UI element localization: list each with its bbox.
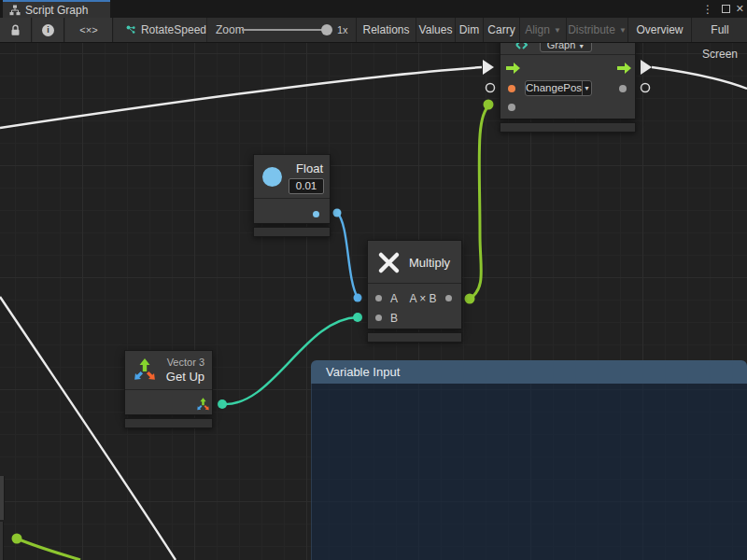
toolbar-button-relations[interactable]: Relations <box>356 18 416 42</box>
node-title: Multiply <box>409 256 450 270</box>
node-title: Float <box>296 161 323 175</box>
wire-white-diagonal <box>0 297 176 560</box>
toolbar-button-align[interactable]: Align▼ <box>519 18 566 42</box>
lock-icon <box>10 24 21 36</box>
wire-green-bottom <box>17 539 80 560</box>
node-float-literal[interactable]: Float 0.01 <box>253 154 331 224</box>
flow-arrowhead-right <box>641 60 652 75</box>
graph-hierarchy-icon <box>9 5 21 16</box>
graph-toolbar: i <×> RotateSpeed Zoom 1x Relations Valu… <box>0 18 747 43</box>
zoom-slider-handle[interactable] <box>321 24 332 35</box>
wire-endpoint-green <box>465 294 475 304</box>
zoom-slider-track[interactable] <box>242 29 329 31</box>
offscreen-node[interactable] <box>0 476 5 520</box>
wire-endpoint-blue <box>354 294 362 302</box>
wire-endpoint-blue <box>333 209 342 217</box>
tab-title: Script Graph <box>25 4 88 17</box>
port-result-label: A × B <box>405 292 441 305</box>
window-close-icon[interactable]: ✕ <box>736 0 744 18</box>
port-a[interactable] <box>375 295 382 301</box>
port-b-label: B <box>390 312 398 325</box>
info-icon: i <box>42 24 54 36</box>
lock-button[interactable] <box>0 18 32 42</box>
window-maximize-icon[interactable] <box>722 0 730 18</box>
port-b[interactable] <box>375 315 382 321</box>
wire-blue-float-to-a <box>337 213 358 298</box>
bolt-graph-icon <box>515 43 528 50</box>
port-input-value[interactable] <box>508 104 515 111</box>
port-vector3-output[interactable] <box>196 397 210 412</box>
view-source-button[interactable]: <×> <box>65 18 113 42</box>
breadcrumb[interactable]: RotateSpeed <box>114 18 207 42</box>
wire-white-out <box>652 67 747 89</box>
port-a-label: A <box>390 292 398 305</box>
group-variable-input[interactable]: Variable Input <box>311 360 747 560</box>
toolbar-button-fullscreen[interactable]: Full Screen <box>691 18 747 42</box>
graph-asset-icon <box>126 24 135 35</box>
chevron-down-icon: ▼ <box>619 26 627 35</box>
variable-select[interactable]: ChangePos ▼ <box>525 80 592 96</box>
code-icon: <×> <box>79 24 97 35</box>
node-footer <box>124 418 213 428</box>
inspect-button[interactable]: i <box>33 18 64 42</box>
wire-endpoint-teal <box>353 313 362 322</box>
vector3-icon <box>133 357 157 383</box>
float-value-input[interactable]: 0.01 <box>289 178 324 194</box>
flow-input-arrow-icon[interactable] <box>506 63 520 74</box>
toolbar-button-carry[interactable]: Carry <box>483 18 519 42</box>
multiply-icon <box>376 250 402 275</box>
float-type-icon <box>262 167 282 187</box>
chevron-down-icon: ▼ <box>582 81 591 95</box>
wire-green-multiply-to-graph <box>470 105 489 299</box>
flow-arrowhead-left <box>483 60 494 75</box>
node-type-label: Vector 3 <box>167 357 204 368</box>
toolbar-button-values[interactable]: Values <box>416 18 455 42</box>
port-ring-right <box>641 84 650 92</box>
wire-endpoint-teal <box>218 399 227 409</box>
port-variable-name[interactable] <box>508 85 515 92</box>
port-ring-left <box>486 84 495 92</box>
chevron-down-icon: ▼ <box>578 43 585 49</box>
script-graph-window: Script Graph ⋮ ✕ i <×> RotateSpeed <box>0 0 747 560</box>
breadcrumb-label: RotateSpeed <box>141 23 206 36</box>
port-result[interactable] <box>445 295 452 301</box>
port-float-output[interactable] <box>313 211 319 217</box>
toolbar-button-dim[interactable]: Dim <box>455 18 483 42</box>
tab-bar: Script Graph ⋮ ✕ <box>0 0 747 18</box>
node-title: Get Up <box>166 370 204 384</box>
node-multiply[interactable]: Multiply A A × B B <box>367 240 462 329</box>
tab-script-graph[interactable]: Script Graph <box>3 0 110 18</box>
wire-endpoint-green <box>12 534 22 544</box>
offscreen-node-footer <box>0 522 4 560</box>
wire-white-in <box>0 67 482 128</box>
node-footer <box>500 122 636 133</box>
node-graph-event[interactable]: Graph ▼ ChangePos ▼ <box>500 43 636 119</box>
group-header[interactable]: Variable Input <box>311 360 747 384</box>
graph-header-dropdown[interactable]: Graph ▼ <box>540 43 592 52</box>
graph-canvas[interactable]: Variable Input <box>0 43 747 560</box>
node-footer <box>367 332 462 343</box>
zoom-label: Zoom <box>216 23 245 36</box>
zoom-value: 1x <box>337 24 348 35</box>
port-output-value[interactable] <box>619 85 627 92</box>
group-body <box>311 384 747 560</box>
node-vector3-get-up[interactable]: Vector 3 Get Up <box>124 350 213 415</box>
flow-output-arrow-icon[interactable] <box>617 63 631 74</box>
toolbar-button-distribute[interactable]: Distribute▼ <box>566 18 627 42</box>
toolbar-button-overview[interactable]: Overview <box>627 18 691 42</box>
wire-endpoint-green <box>484 100 494 110</box>
window-menu-icon[interactable]: ⋮ <box>702 0 713 18</box>
node-footer <box>253 227 331 237</box>
chevron-down-icon: ▼ <box>554 26 561 35</box>
